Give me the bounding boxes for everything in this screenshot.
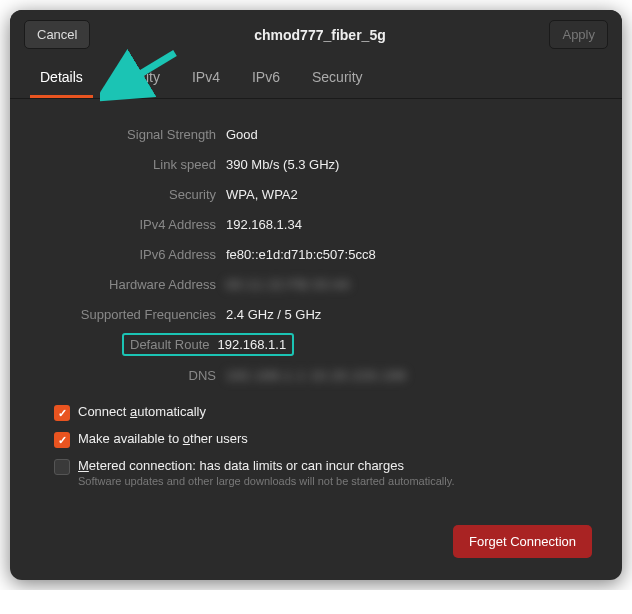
label-make-available: Make available to other users — [78, 431, 248, 446]
row-signal-strength: Signal Strength Good — [40, 123, 592, 145]
value-hardware-address: 00:11:22:FB:33:44 — [226, 277, 350, 292]
tabs: Details Identity IPv4 IPv6 Security — [10, 59, 622, 99]
value-security: WPA, WPA2 — [226, 187, 298, 202]
default-route-highlight: Default Route 192.168.1.1 — [122, 333, 294, 356]
forget-connection-button[interactable]: Forget Connection — [453, 525, 592, 558]
tab-ipv6[interactable]: IPv6 — [242, 59, 290, 98]
row-security: Security WPA, WPA2 — [40, 183, 592, 205]
row-metered: Metered connection: has data limits or c… — [54, 458, 592, 487]
row-ipv4: IPv4 Address 192.168.1.34 — [40, 213, 592, 235]
label-default-route: Default Route — [130, 337, 218, 352]
row-link-speed: Link speed 390 Mb/s (5.3 GHz) — [40, 153, 592, 175]
label-ipv6: IPv6 Address — [40, 247, 226, 262]
network-settings-window: Cancel chmod777_fiber_5g Apply Details I… — [10, 10, 622, 580]
row-hardware-address: Hardware Address 00:11:22:FB:33:44 — [40, 273, 592, 295]
cancel-button[interactable]: Cancel — [24, 20, 90, 49]
row-connect-automatically: Connect automatically — [54, 404, 592, 421]
sublabel-metered: Software updates and other large downloa… — [78, 475, 454, 487]
value-default-route: 192.168.1.1 — [218, 337, 287, 352]
titlebar: Cancel chmod777_fiber_5g Apply — [10, 10, 622, 59]
checkbox-metered[interactable] — [54, 459, 70, 475]
apply-button[interactable]: Apply — [549, 20, 608, 49]
value-signal-strength: Good — [226, 127, 258, 142]
window-title: chmod777_fiber_5g — [254, 27, 386, 43]
row-make-available: Make available to other users — [54, 431, 592, 448]
checkbox-section: Connect automatically Make available to … — [54, 404, 592, 487]
label-metered: Metered connection: has data limits or c… — [78, 458, 454, 473]
tab-security[interactable]: Security — [302, 59, 373, 98]
value-ipv6: fe80::e1d:d71b:c507:5cc8 — [226, 247, 376, 262]
tab-details[interactable]: Details — [30, 59, 93, 98]
label-signal-strength: Signal Strength — [40, 127, 226, 142]
tab-identity[interactable]: Identity — [105, 59, 170, 98]
label-link-speed: Link speed — [40, 157, 226, 172]
details-panel: Signal Strength Good Link speed 390 Mb/s… — [10, 99, 622, 515]
value-frequencies: 2.4 GHz / 5 GHz — [226, 307, 321, 322]
row-dns: DNS 192.168.1.1 10.20.220.199 — [40, 364, 592, 386]
checkbox-connect-automatically[interactable] — [54, 405, 70, 421]
value-link-speed: 390 Mb/s (5.3 GHz) — [226, 157, 339, 172]
label-frequencies: Supported Frequencies — [40, 307, 226, 322]
label-dns: DNS — [40, 368, 226, 383]
value-ipv4: 192.168.1.34 — [226, 217, 302, 232]
label-hardware-address: Hardware Address — [40, 277, 226, 292]
footer: Forget Connection — [10, 515, 622, 580]
label-connect-automatically: Connect automatically — [78, 404, 206, 419]
label-ipv4: IPv4 Address — [40, 217, 226, 232]
value-dns: 192.168.1.1 10.20.220.199 — [226, 368, 406, 383]
label-security: Security — [40, 187, 226, 202]
checkbox-make-available[interactable] — [54, 432, 70, 448]
row-default-route: Default Route 192.168.1.1 — [40, 333, 592, 356]
row-ipv6: IPv6 Address fe80::e1d:d71b:c507:5cc8 — [40, 243, 592, 265]
row-frequencies: Supported Frequencies 2.4 GHz / 5 GHz — [40, 303, 592, 325]
tab-ipv4[interactable]: IPv4 — [182, 59, 230, 98]
